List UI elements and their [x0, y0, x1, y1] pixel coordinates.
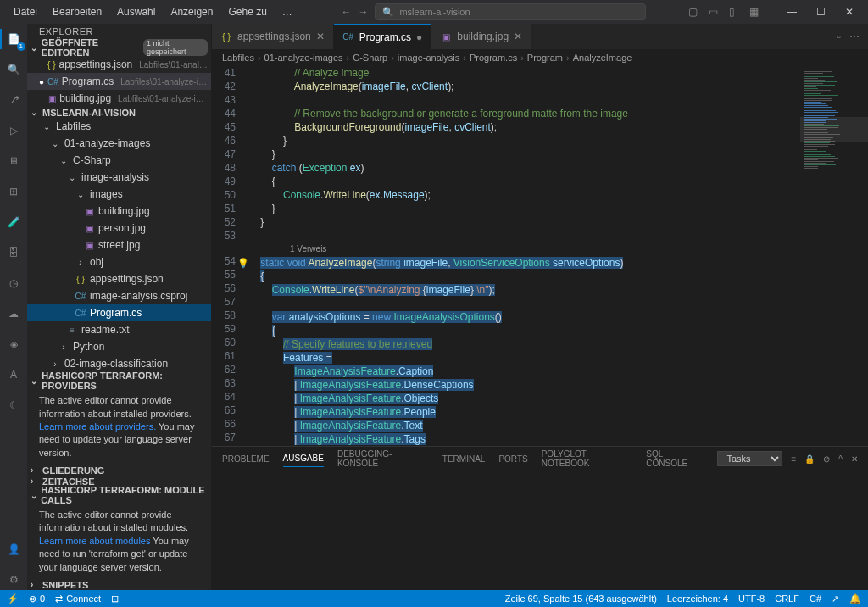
tree-item[interactable]: ›Python [27, 338, 211, 355]
chevron-right-icon: › [31, 476, 41, 486]
nav-forward-icon[interactable]: → [358, 6, 368, 18]
feedback-icon[interactable]: ↗ [832, 593, 839, 604]
providers-link[interactable]: Learn more about providers. [39, 421, 156, 432]
tree-item[interactable]: ▣street.jpg [27, 237, 211, 253]
tree-item[interactable]: C#image-analysis.csproj [27, 287, 211, 304]
menu-…[interactable]: … [275, 3, 299, 21]
live-share-icon[interactable]: ⊡ [111, 593, 119, 604]
settings-gear-icon[interactable]: ⚙ [3, 570, 24, 590]
breadcrumb-item[interactable]: AnalyzeImage [573, 53, 632, 63]
tree-item[interactable]: ⌄C-Sharp [27, 152, 211, 169]
editor-tab[interactable]: { }appsettings.json✕ [212, 24, 334, 49]
panel-tab-sql console[interactable]: SQL CONSOLE [646, 446, 704, 471]
layout-toggle-bottom-icon[interactable]: ▭ [709, 6, 721, 18]
tree-item[interactable]: ⌄images [27, 186, 211, 203]
output-channel-select[interactable]: Tasks [717, 451, 782, 466]
azure-icon[interactable]: A [3, 365, 24, 385]
menu-anzeigen[interactable]: Anzeigen [164, 3, 220, 21]
layout-toggle-right-icon[interactable]: ▯ [729, 6, 741, 18]
list-icon[interactable]: ≡ [791, 454, 796, 464]
open-editor-item[interactable]: ▣building.jpgLabfiles\01-analyze-images\… [27, 90, 211, 107]
breadcrumb[interactable]: Labfiles›01-analyze-images›C-Sharp›image… [212, 49, 868, 66]
open-editors-section[interactable]: ⌄ GEÖFFNETE EDITOREN 1 nicht gespeichert [27, 39, 211, 56]
breadcrumb-item[interactable]: Program [527, 53, 563, 63]
snippets-section[interactable]: ›SNIPPETS [27, 579, 211, 590]
ports-indicator[interactable]: ⇄ Connect [55, 593, 101, 604]
breadcrumb-item[interactable]: image-analysis [398, 53, 459, 63]
remote-indicator[interactable]: ⚡ [7, 593, 19, 604]
layout-toggle-left-icon[interactable]: ▢ [688, 6, 700, 18]
language-mode[interactable]: C# [810, 593, 821, 604]
breadcrumb-item[interactable]: Labfiles [222, 53, 254, 63]
tree-item[interactable]: ⌄Labfiles [27, 118, 211, 135]
maximize-panel-icon[interactable]: ^ [838, 454, 843, 464]
accounts-icon[interactable]: 👤 [3, 539, 24, 560]
tree-item[interactable]: { }appsettings.json [27, 270, 211, 287]
indentation[interactable]: Leerzeichen: 4 [667, 593, 728, 604]
workspace-section[interactable]: ⌄ MSLEARN-AI-VISION [27, 107, 211, 118]
clear-icon[interactable]: ⊘ [823, 454, 830, 464]
open-editor-item[interactable]: ●C#Program.csLabfiles\01-analyze-images\… [27, 73, 211, 90]
search-icon[interactable]: 🔍 [3, 59, 24, 80]
breadcrumb-item[interactable]: 01-analyze-images [264, 53, 343, 63]
code-content[interactable]: // Analyze image AnalyzeImage(imageFile,… [249, 66, 800, 446]
ai-icon[interactable]: ☾ [3, 395, 24, 415]
command-center[interactable]: 🔍 mslearn-ai-vision [375, 3, 646, 20]
open-editor-item[interactable]: { }appsettings.jsonLabfiles\01-analyze-i… [27, 56, 211, 73]
terraform-providers-section[interactable]: ⌄ HASHICORP TERRAFORM: PROVIDERS [27, 372, 211, 389]
window-minimize-button[interactable]: — [780, 3, 804, 20]
nav-back-icon[interactable]: ← [341, 6, 351, 18]
terraform-modules-section[interactable]: ⌄ HASHICORP TERRAFORM: MODULE CALLS [27, 487, 211, 504]
panel-tab-probleme[interactable]: PROBLEME [222, 451, 270, 467]
tree-item[interactable]: ›obj [27, 253, 211, 270]
tree-item[interactable]: ›02-image-classification [27, 355, 211, 372]
notifications-icon[interactable]: 🔔 [849, 593, 861, 604]
menu-auswahl[interactable]: Auswahl [110, 3, 162, 21]
panel-tab-ports[interactable]: PORTS [498, 451, 527, 467]
cloud-icon[interactable]: ☁ [3, 304, 24, 324]
database-icon[interactable]: 🗄 [3, 242, 24, 263]
docker-icon[interactable]: ◷ [3, 273, 24, 293]
window-close-button[interactable]: ✕ [837, 3, 861, 20]
menu-datei[interactable]: Datei [7, 3, 44, 21]
explorer-icon[interactable]: 📄1 [3, 29, 24, 49]
tree-item[interactable]: ≡readme.txt [27, 321, 211, 338]
cursor-position[interactable]: Zeile 69, Spalte 15 (643 ausgewählt) [505, 593, 657, 604]
terraform-icon[interactable]: ◈ [3, 334, 24, 354]
source-control-icon[interactable]: ⎇ [3, 90, 24, 110]
extensions-icon[interactable]: ⊞ [3, 181, 24, 202]
tree-item[interactable]: ⌄01-analyze-images [27, 135, 211, 152]
window-maximize-button[interactable]: ☐ [809, 3, 832, 20]
tree-item[interactable]: C#Program.cs [27, 304, 211, 321]
search-icon: 🔍 [382, 7, 394, 18]
tree-item[interactable]: ▣building.jpg [27, 203, 211, 220]
tree-item[interactable]: ▣person.jpg [27, 220, 211, 237]
testing-icon[interactable]: 🧪 [3, 212, 24, 232]
editor-tab[interactable]: ▣building.jpg✕ [431, 24, 531, 49]
panel-tab-ausgabe[interactable]: AUSGABE [283, 450, 324, 467]
lock-icon[interactable]: 🔒 [804, 454, 815, 464]
breadcrumb-item[interactable]: Program.cs [470, 53, 517, 63]
close-panel-icon[interactable]: ✕ [851, 454, 858, 464]
panel-tab-terminal[interactable]: TERMINAL [442, 451, 486, 467]
outline-section[interactable]: ›GLIEDERUNG [27, 465, 211, 476]
errors-indicator[interactable]: ⊗ 0 [29, 593, 45, 604]
more-actions-icon[interactable]: ⋯ [849, 31, 860, 42]
editor-tab[interactable]: C#Program.cs● [334, 24, 432, 49]
code-editor[interactable]: 4142434445464748495051525354555657585960… [212, 66, 868, 446]
breadcrumb-item[interactable]: C-Sharp [353, 53, 387, 63]
panel-tab-debugging-konsole[interactable]: DEBUGGING-KONSOLE [337, 446, 429, 471]
run-debug-icon[interactable]: ▷ [3, 120, 24, 141]
remote-explorer-icon[interactable]: 🖥 [3, 151, 24, 171]
layout-customize-icon[interactable]: ▦ [749, 6, 761, 18]
tree-item[interactable]: ⌄image-analysis [27, 169, 211, 186]
minimap[interactable] [800, 66, 868, 446]
modules-link[interactable]: Learn more about modules [39, 536, 150, 546]
menu-gehe zu[interactable]: Gehe zu [221, 3, 273, 21]
panel-tab-polyglot notebook[interactable]: POLYGLOT NOTEBOOK [542, 446, 633, 471]
encoding[interactable]: UTF-8 [738, 593, 765, 604]
eol[interactable]: CRLF [775, 593, 799, 604]
menu-bearbeiten[interactable]: Bearbeiten [46, 3, 108, 21]
split-editor-icon[interactable]: ▫ [837, 31, 841, 42]
nav-arrows: ← → [341, 6, 368, 18]
